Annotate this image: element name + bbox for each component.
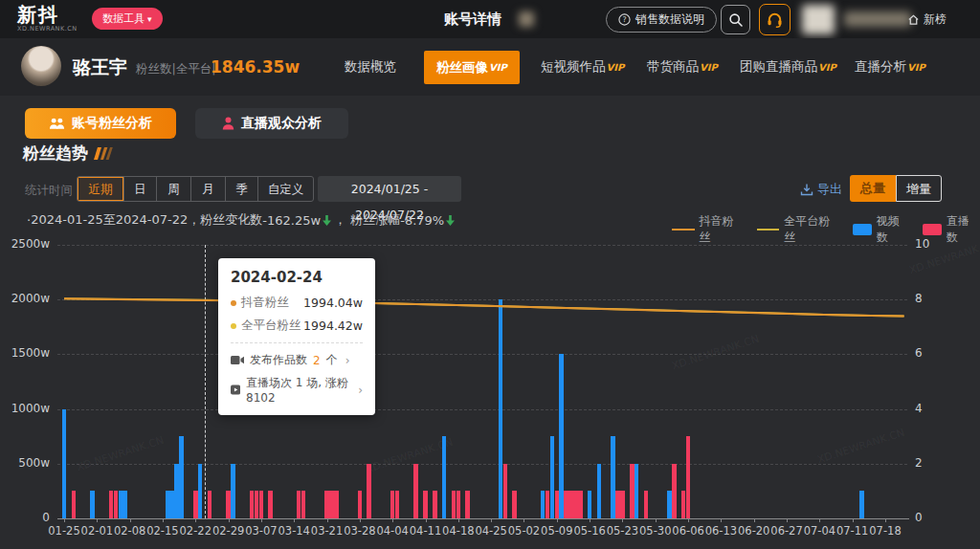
live-bar[interactable] bbox=[114, 491, 119, 518]
live-bar[interactable] bbox=[250, 491, 255, 518]
live-bar[interactable] bbox=[503, 464, 508, 518]
live-bar[interactable] bbox=[329, 491, 334, 518]
live-bar[interactable] bbox=[226, 491, 231, 518]
live-bar[interactable] bbox=[465, 491, 470, 518]
video-bar[interactable] bbox=[597, 464, 602, 518]
video-bar[interactable] bbox=[635, 464, 639, 518]
x-axis-tick bbox=[688, 518, 689, 522]
video-bar[interactable] bbox=[169, 491, 174, 518]
tooltip-row-all-platform: 全平台粉丝 1994.42w bbox=[231, 318, 363, 334]
gridline bbox=[57, 464, 907, 465]
live-bar[interactable] bbox=[358, 491, 363, 518]
live-bar[interactable] bbox=[367, 464, 371, 518]
video-bar[interactable] bbox=[541, 491, 546, 518]
live-bar[interactable] bbox=[324, 491, 329, 518]
video-bar[interactable] bbox=[499, 299, 503, 518]
live-bar[interactable] bbox=[512, 491, 517, 518]
live-bar[interactable] bbox=[578, 491, 583, 518]
tooltip-works-link[interactable]: 发布作品数2 个 › bbox=[231, 352, 363, 368]
video-camera-icon bbox=[231, 355, 244, 365]
live-bar[interactable] bbox=[555, 491, 560, 518]
x-axis-tick bbox=[458, 518, 459, 522]
live-bar[interactable] bbox=[672, 464, 677, 518]
tooltip-date: 2024-02-24 bbox=[231, 269, 363, 286]
live-bar[interactable] bbox=[615, 491, 620, 518]
video-bar[interactable] bbox=[859, 491, 864, 518]
live-bar[interactable] bbox=[681, 491, 686, 518]
y-axis-right-label: 6 bbox=[915, 346, 944, 360]
live-bar[interactable] bbox=[620, 491, 625, 518]
video-bar[interactable] bbox=[588, 491, 592, 518]
gridline bbox=[57, 354, 907, 355]
live-bar[interactable] bbox=[568, 491, 573, 518]
works-unit: 个 bbox=[326, 352, 338, 368]
live-bar[interactable] bbox=[334, 491, 339, 518]
x-axis-tick bbox=[819, 518, 820, 522]
live-bar[interactable] bbox=[686, 436, 691, 518]
live-bar[interactable] bbox=[546, 491, 550, 518]
live-bar[interactable] bbox=[255, 491, 259, 518]
x-axis-line bbox=[57, 518, 909, 519]
live-bar[interactable] bbox=[644, 491, 649, 518]
watermark: XD.NEWRANK.CN bbox=[75, 434, 166, 474]
tooltip-label: 全平台粉丝 bbox=[241, 318, 301, 334]
live-bar[interactable] bbox=[390, 491, 395, 518]
x-axis-tick bbox=[426, 518, 427, 522]
watermark: XD.NEWRANK.CN bbox=[364, 436, 455, 476]
chevron-right-icon: › bbox=[345, 354, 350, 367]
tooltip-value: 1994.42w bbox=[303, 318, 363, 333]
x-axis-tick bbox=[721, 518, 722, 522]
y-axis-left-label: 2500w bbox=[0, 237, 50, 251]
tooltip-divider bbox=[231, 342, 363, 343]
tooltip-live-link[interactable]: 直播场次 1 场, 涨粉 8102 › bbox=[231, 375, 363, 405]
live-bar[interactable] bbox=[413, 464, 418, 518]
x-axis-tick bbox=[360, 518, 361, 522]
video-bar[interactable] bbox=[119, 491, 123, 518]
watermark: XD.NEWRANK.CN bbox=[670, 333, 761, 373]
x-axis-tick bbox=[294, 518, 295, 522]
live-bar[interactable] bbox=[573, 491, 578, 518]
hover-marker-line bbox=[205, 245, 206, 518]
live-bar[interactable] bbox=[268, 491, 273, 518]
live-bar[interactable] bbox=[564, 491, 568, 518]
live-bar[interactable] bbox=[457, 491, 461, 518]
x-axis-tick bbox=[491, 518, 492, 522]
live-bar[interactable] bbox=[630, 464, 635, 518]
live-bar[interactable] bbox=[259, 491, 264, 518]
live-bar[interactable] bbox=[109, 491, 114, 518]
live-bar[interactable] bbox=[301, 491, 306, 518]
video-bar[interactable] bbox=[442, 436, 447, 518]
x-axis-tick bbox=[261, 518, 262, 522]
live-bar[interactable] bbox=[433, 491, 437, 518]
video-bar[interactable] bbox=[550, 436, 555, 518]
live-bar[interactable] bbox=[297, 491, 301, 518]
video-bar[interactable] bbox=[179, 436, 184, 518]
video-bar[interactable] bbox=[611, 436, 615, 518]
live-bar[interactable] bbox=[395, 491, 400, 518]
video-bar[interactable] bbox=[90, 491, 95, 518]
video-bar[interactable] bbox=[122, 491, 127, 518]
video-bar[interactable] bbox=[166, 491, 170, 518]
x-axis-tick bbox=[754, 518, 755, 522]
x-axis-tick bbox=[557, 518, 558, 522]
video-bar[interactable] bbox=[231, 464, 235, 518]
live-bar[interactable] bbox=[452, 491, 457, 518]
tooltip-label: 抖音粉丝 bbox=[241, 295, 289, 311]
x-axis-tick bbox=[622, 518, 623, 522]
live-bar[interactable] bbox=[208, 491, 212, 518]
tooltip-value: 1994.04w bbox=[303, 296, 363, 310]
live-bar[interactable] bbox=[72, 491, 77, 518]
x-axis-tick bbox=[853, 518, 854, 522]
video-bar[interactable] bbox=[174, 464, 179, 518]
live-bar[interactable] bbox=[193, 491, 198, 518]
video-bar[interactable] bbox=[559, 354, 564, 518]
live-sessions-text: 直播场次 1 场, 涨粉 8102 bbox=[246, 375, 350, 405]
works-count: 2 bbox=[313, 354, 321, 367]
video-bar[interactable] bbox=[198, 464, 203, 518]
live-bar[interactable] bbox=[423, 491, 428, 518]
x-axis-tick bbox=[195, 518, 196, 522]
video-bar[interactable] bbox=[667, 491, 672, 518]
live-play-icon bbox=[231, 384, 240, 396]
video-bar[interactable] bbox=[62, 409, 67, 518]
x-axis-tick bbox=[229, 518, 230, 522]
